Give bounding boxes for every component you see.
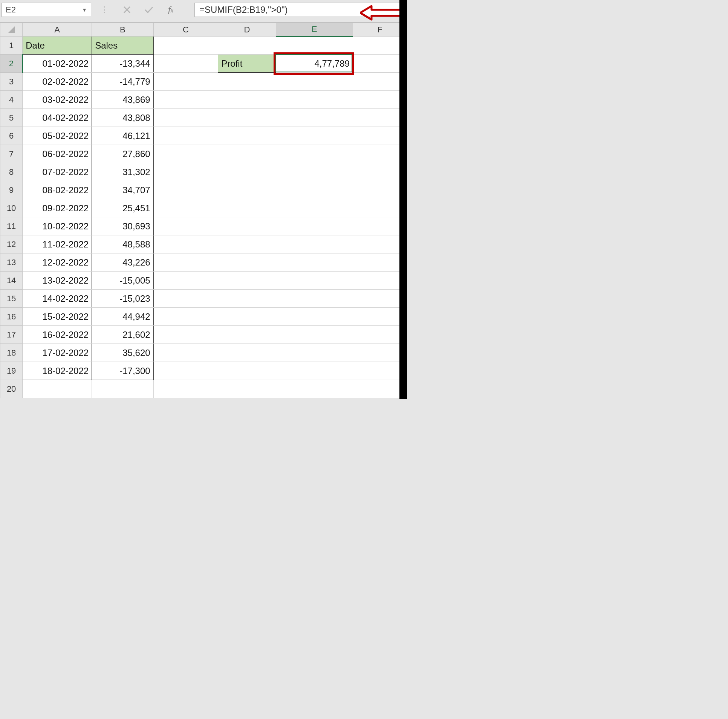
select-all-corner[interactable] xyxy=(0,23,23,37)
cell-E19[interactable] xyxy=(276,362,353,380)
cell-A13[interactable]: 12-02-2022 xyxy=(23,253,92,272)
cell-A19[interactable]: 18-02-2022 xyxy=(23,362,92,380)
cell-E5[interactable] xyxy=(276,109,353,127)
cell-A3[interactable]: 02-02-2022 xyxy=(23,73,92,91)
cell-C20[interactable] xyxy=(153,380,218,398)
cell-B17[interactable]: 21,602 xyxy=(92,326,153,344)
cell-A11[interactable]: 10-02-2022 xyxy=(23,217,92,235)
row-header-7[interactable]: 7 xyxy=(0,145,23,163)
cell-F6[interactable] xyxy=(353,127,407,145)
cell-D6[interactable] xyxy=(218,127,276,145)
cell-F14[interactable] xyxy=(353,272,407,290)
cell-C9[interactable] xyxy=(153,181,218,199)
cell-F19[interactable] xyxy=(353,362,407,380)
row-header-12[interactable]: 12 xyxy=(0,235,23,253)
cell-D12[interactable] xyxy=(218,235,276,253)
cell-F5[interactable] xyxy=(353,109,407,127)
formula-input[interactable]: =SUMIF(B2:B19,">0") xyxy=(194,3,405,17)
cell-B5[interactable]: 43,808 xyxy=(92,109,153,127)
cell-C6[interactable] xyxy=(153,127,218,145)
col-header-A[interactable]: A xyxy=(23,23,92,37)
cell-D17[interactable] xyxy=(218,326,276,344)
cell-A17[interactable]: 16-02-2022 xyxy=(23,326,92,344)
cell-E11[interactable] xyxy=(276,217,353,235)
cell-D20[interactable] xyxy=(218,380,276,398)
col-header-C[interactable]: C xyxy=(153,23,218,37)
cell-C7[interactable] xyxy=(153,145,218,163)
cell-C1[interactable] xyxy=(153,37,218,55)
cell-D10[interactable] xyxy=(218,199,276,217)
cell-B10[interactable]: 25,451 xyxy=(92,199,153,217)
cell-E18[interactable] xyxy=(276,344,353,362)
cell-F13[interactable] xyxy=(353,253,407,272)
row-header-15[interactable]: 15 xyxy=(0,290,23,308)
cell-B11[interactable]: 30,693 xyxy=(92,217,153,235)
cell-A10[interactable]: 09-02-2022 xyxy=(23,199,92,217)
cell-E12[interactable] xyxy=(276,235,353,253)
row-header-4[interactable]: 4 xyxy=(0,91,23,109)
cell-A15[interactable]: 14-02-2022 xyxy=(23,290,92,308)
cell-E13[interactable] xyxy=(276,253,353,272)
cell-E4[interactable] xyxy=(276,91,353,109)
cell-F3[interactable] xyxy=(353,73,407,91)
cell-D7[interactable] xyxy=(218,145,276,163)
row-header-14[interactable]: 14 xyxy=(0,272,23,290)
cell-F1[interactable] xyxy=(353,37,407,55)
col-header-B[interactable]: B xyxy=(92,23,153,37)
row-header-2[interactable]: 2 xyxy=(0,55,23,73)
cell-A6[interactable]: 05-02-2022 xyxy=(23,127,92,145)
cell-F4[interactable] xyxy=(353,91,407,109)
cell-C13[interactable] xyxy=(153,253,218,272)
cell-D4[interactable] xyxy=(218,91,276,109)
cell-D11[interactable] xyxy=(218,217,276,235)
cancel-formula-button[interactable] xyxy=(121,4,133,15)
cell-E7[interactable] xyxy=(276,145,353,163)
cell-B8[interactable]: 31,302 xyxy=(92,163,153,181)
insert-function-button[interactable]: fx xyxy=(165,4,176,15)
cell-C2[interactable] xyxy=(153,55,218,73)
row-header-3[interactable]: 3 xyxy=(0,73,23,91)
cell-A5[interactable]: 04-02-2022 xyxy=(23,109,92,127)
cell-C3[interactable] xyxy=(153,73,218,91)
cell-A18[interactable]: 17-02-2022 xyxy=(23,344,92,362)
cell-E17[interactable] xyxy=(276,326,353,344)
cell-A2[interactable]: 01-02-2022 xyxy=(23,55,92,73)
cell-B18[interactable]: 35,620 xyxy=(92,344,153,362)
row-header-20[interactable]: 20 xyxy=(0,380,23,398)
cell-D18[interactable] xyxy=(218,344,276,362)
cell-D1[interactable] xyxy=(218,37,276,55)
cell-F11[interactable] xyxy=(353,217,407,235)
cell-C19[interactable] xyxy=(153,362,218,380)
cell-B19[interactable]: -17,300 xyxy=(92,362,153,380)
cell-A12[interactable]: 11-02-2022 xyxy=(23,235,92,253)
cell-F2[interactable] xyxy=(353,55,407,73)
cell-B20[interactable] xyxy=(92,380,153,398)
cell-D16[interactable] xyxy=(218,308,276,326)
cell-E10[interactable] xyxy=(276,199,353,217)
cell-D3[interactable] xyxy=(218,73,276,91)
cell-B9[interactable]: 34,707 xyxy=(92,181,153,199)
cell-F10[interactable] xyxy=(353,199,407,217)
cell-C17[interactable] xyxy=(153,326,218,344)
cell-B2[interactable]: -13,344 xyxy=(92,55,153,73)
cell-D19[interactable] xyxy=(218,362,276,380)
cell-B1[interactable]: Sales xyxy=(92,37,153,55)
cell-B3[interactable]: -14,779 xyxy=(92,73,153,91)
cell-C10[interactable] xyxy=(153,199,218,217)
cell-C8[interactable] xyxy=(153,163,218,181)
cell-E20[interactable] xyxy=(276,380,353,398)
cell-C11[interactable] xyxy=(153,217,218,235)
cell-B7[interactable]: 27,860 xyxy=(92,145,153,163)
cell-E16[interactable] xyxy=(276,308,353,326)
cell-A16[interactable]: 15-02-2022 xyxy=(23,308,92,326)
col-header-F[interactable]: F xyxy=(353,23,407,37)
cell-D14[interactable] xyxy=(218,272,276,290)
cell-E3[interactable] xyxy=(276,73,353,91)
name-box[interactable]: E2 ▼ xyxy=(2,3,91,17)
col-header-E[interactable]: E xyxy=(276,23,353,37)
cell-D13[interactable] xyxy=(218,253,276,272)
cell-E2[interactable]: 4,77,789 xyxy=(276,55,353,73)
cell-C4[interactable] xyxy=(153,91,218,109)
name-box-dropdown-icon[interactable]: ▼ xyxy=(82,7,87,13)
row-header-17[interactable]: 17 xyxy=(0,326,23,344)
